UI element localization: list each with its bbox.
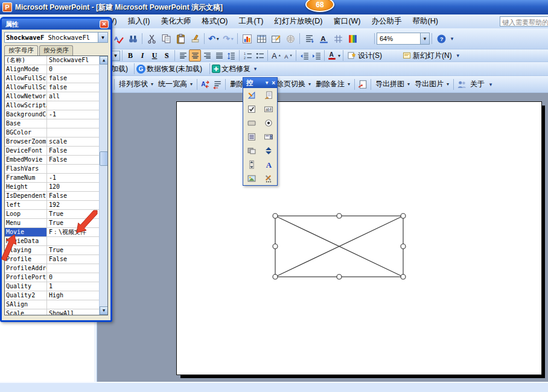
property-row[interactable]: LoopTrue [5,210,107,219]
menu-item-7[interactable]: 办公助手 [366,14,407,28]
font-color-icon[interactable]: A▾ [327,49,341,62]
show-formatting-icon[interactable] [302,31,316,46]
property-value[interactable]: 120 [47,183,107,191]
property-row[interactable]: (名称)ShockwaveFl [5,56,107,65]
property-value[interactable] [47,237,107,245]
property-row[interactable]: FlashVars [5,165,107,174]
object-selector-dropdown-arrow[interactable]: ▼ [98,33,107,42]
bold-button[interactable]: B [124,50,136,61]
property-name[interactable]: Height [5,183,47,191]
toggle-button-icon[interactable] [243,144,260,157]
paragraph-merge-icon[interactable] [211,78,223,90]
property-row[interactable]: ProfileFalse [5,255,107,264]
property-row[interactable]: MovieF：\视频文件 [5,228,107,237]
underline-button[interactable]: U [148,50,161,61]
property-name[interactable]: ProfileAddre [5,264,47,273]
design-button[interactable]: 设计(S) [345,50,384,62]
property-name[interactable]: Scale [5,309,47,315]
decrease-indent-icon[interactable] [298,49,310,62]
label-icon[interactable]: A [260,157,277,171]
option-button-icon[interactable] [260,116,277,130]
menu-item-3[interactable]: 格式(O) [196,14,233,28]
properties-title-bar[interactable]: 属性 ✕ [2,19,110,30]
property-row[interactable]: SAlign [5,300,107,309]
property-row[interactable]: AllowFullScrfalse [5,74,107,83]
property-value[interactable]: all [47,92,107,101]
new-slide-button[interactable]: 新幻灯片(N) [400,50,454,62]
combo-box-icon[interactable] [260,130,277,144]
property-value[interactable] [47,165,107,173]
property-row[interactable]: BrowserZoomscale [5,138,107,147]
property-value[interactable]: 1 [47,282,107,291]
property-value[interactable]: false [47,74,107,83]
color-scheme-icon[interactable] [345,31,360,46]
fontsize-dropdown-arrow[interactable]: ▼ [111,51,120,61]
toolbar-options-chevron[interactable]: ▾ [252,63,259,75]
property-name[interactable]: Movie [5,228,47,236]
unify-size-button[interactable]: 统一宽高▾ [156,78,195,90]
properties-icon[interactable] [260,88,277,102]
property-name[interactable]: FlashVars [5,165,47,173]
property-name[interactable]: MovieData [5,237,47,245]
scrollbar-icon[interactable] [243,157,260,171]
property-row[interactable]: MovieData [5,237,107,246]
bullet-list-icon[interactable] [253,49,266,62]
toolbox-dropdown-icon[interactable]: ▼ [264,80,269,86]
property-name[interactable]: FrameNum [5,174,47,182]
property-row[interactable]: AlignMode0 [5,65,107,74]
property-row[interactable]: left192 [5,201,107,210]
property-row[interactable]: AllowNetworkall [5,92,107,101]
property-value[interactable]: false [47,83,107,92]
doc-repair-button[interactable]: 文档修复 [220,64,252,74]
copy-icon[interactable] [159,31,173,46]
property-name[interactable]: Quality [5,282,47,291]
property-name[interactable]: BackgroundCo [5,110,47,119]
italic-button[interactable]: I [136,50,148,61]
property-value[interactable]: False [47,147,107,155]
property-name[interactable]: Quality2 [5,291,47,300]
draw-table-icon[interactable] [269,31,283,46]
property-name[interactable]: IsDependent [5,192,47,200]
line-spacing-icon[interactable] [225,49,237,62]
help-icon[interactable]: ? [434,31,448,46]
property-value[interactable]: 0 [47,273,107,282]
command-button-icon[interactable] [243,116,260,130]
slide[interactable] [176,101,542,375]
menu-item-2[interactable]: 美化大师 [155,14,196,28]
property-value[interactable]: 192 [47,201,107,209]
align-left-icon[interactable] [177,49,189,62]
textbox-icon[interactable]: ab [260,102,277,116]
menu-item-4[interactable]: 工具(T) [234,14,269,28]
zoom-combobox[interactable]: 64% ▼ [377,33,430,45]
property-value[interactable] [47,101,107,110]
toolbox-close-icon[interactable]: × [272,80,275,86]
export-picture-button[interactable]: 导出图片▾ [412,78,451,90]
insert-chart-icon[interactable] [240,31,254,46]
toolbar-options-chevron[interactable]: ▾ [454,49,462,62]
property-name[interactable]: BrowserZoom [5,138,47,146]
property-name[interactable]: AllowScriptA [5,101,47,110]
property-name[interactable]: (名称) [5,56,47,65]
tab-categorized[interactable]: 按分类序 [39,45,73,55]
arrange-shapes-button[interactable]: 排列形状▾ [116,78,156,90]
property-value[interactable]: False [47,156,107,164]
about-button[interactable]: 关于 [468,78,487,90]
data-recovery-button[interactable]: 数据恢复(未加载) [145,64,203,74]
property-value[interactable]: True [47,219,107,227]
checkbox-icon[interactable] [243,102,260,116]
property-value[interactable]: -1 [47,174,107,182]
tab-alphabetical[interactable]: 按字母序 [4,45,38,55]
property-name[interactable]: AllowNetwork [5,92,47,101]
property-name[interactable]: Profile [5,255,47,264]
toolbar-options-chevron[interactable]: ▾ [448,33,456,45]
property-value[interactable]: ShockwaveFl [47,56,107,65]
menu-item-8[interactable]: 帮助(H) [407,14,444,28]
property-name[interactable]: Playing [5,246,47,254]
property-row[interactable]: ScaleShowAll [5,309,107,315]
property-row[interactable]: Quality1 [5,282,107,291]
property-row[interactable]: DeviceFontFalse [5,147,107,156]
list-box-icon[interactable] [243,130,260,144]
export-puzzle-button[interactable]: 导出拼图▾ [373,78,412,90]
property-row[interactable]: Quality2High [5,291,107,300]
toolbar-options-chevron[interactable]: ▾ [487,78,494,90]
